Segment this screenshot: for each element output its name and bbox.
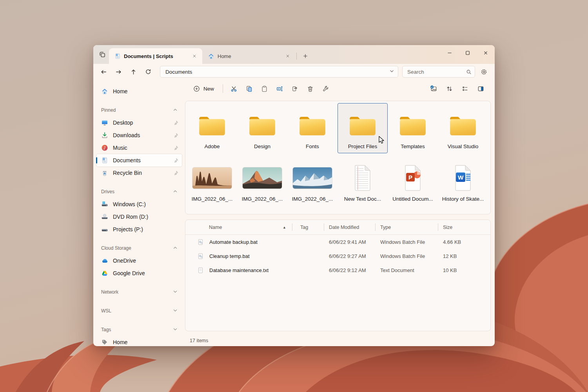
sidebar-item-label: Projects (P:)	[113, 226, 143, 232]
sidebar-item-google-drive[interactable]: Google Drive	[96, 267, 182, 279]
table-row-automate-backup[interactable]: Automate backup.bat 6/06/22 9:41 AM Wind…	[185, 235, 490, 249]
pin-icon[interactable]	[173, 120, 179, 126]
address-bar[interactable]: Documents	[160, 66, 398, 78]
sort-button[interactable]	[442, 82, 456, 95]
file-tile-history-of-skate[interactable]: History of Skate...	[438, 156, 488, 206]
table-row-cleanup-temp[interactable]: Cleanup temp.bat 6/06/22 9:27 AM Windows…	[185, 249, 490, 263]
column-header-tag[interactable]: Tag	[292, 220, 324, 234]
table-row-database-maintenance[interactable]: Database maintenance.txt 6/06/22 9:12 AM…	[185, 263, 490, 277]
column-header-type[interactable]: Type	[376, 220, 438, 234]
cut-button[interactable]	[227, 82, 241, 95]
folder-tile-design[interactable]: Design	[237, 103, 287, 153]
minimize-button[interactable]	[441, 45, 459, 61]
folder-tile-project-files[interactable]: Project Files	[338, 103, 388, 153]
rename-button[interactable]	[272, 82, 287, 95]
chevron-down-icon[interactable]	[172, 289, 178, 296]
up-button[interactable]	[127, 65, 140, 78]
back-button[interactable]	[97, 65, 110, 78]
sidebar-section-cloud-storage[interactable]: Cloud Storage	[96, 243, 182, 253]
chevron-up-icon[interactable]	[172, 107, 178, 114]
section-label: WSL	[101, 308, 111, 314]
sidebar-item-tag-home[interactable]: Home	[96, 336, 182, 346]
sidebar-item-label: Music	[113, 145, 127, 151]
folder-icon	[448, 113, 478, 138]
close-tab-icon[interactable]	[283, 51, 292, 61]
forward-button[interactable]	[112, 65, 125, 78]
tab-separator	[296, 53, 297, 60]
pin-icon[interactable]	[173, 132, 179, 138]
pin-icon[interactable]	[173, 145, 179, 151]
sidebar-item-onedrive[interactable]: OneDrive	[96, 254, 182, 267]
folder-tile-fonts[interactable]: Fonts	[287, 103, 338, 153]
sidebar-item-projects-p[interactable]: Projects (P:)	[96, 223, 182, 236]
tab-home[interactable]: Home	[202, 48, 296, 64]
file-row: IMG_2022_06_... IMG_2022_06_... IMG_2022…	[187, 156, 489, 206]
delete-button[interactable]	[303, 82, 317, 95]
maximize-button[interactable]	[459, 45, 477, 61]
properties-wrench-button[interactable]	[318, 82, 332, 95]
tab-list-button[interactable]	[97, 49, 108, 60]
column-header-size[interactable]: Size	[438, 220, 490, 234]
column-header-date-modified[interactable]: Date Modified	[324, 220, 376, 234]
sidebar-item-documents[interactable]: Documents	[96, 154, 182, 167]
sidebar-section-tags[interactable]: Tags	[96, 325, 182, 334]
section-label: Cloud Storage	[101, 245, 131, 251]
batch-file-icon	[197, 253, 204, 260]
view-options-button[interactable]	[458, 82, 472, 95]
table-header-row: Name ▲ Tag Date Modified Type Size	[185, 220, 490, 235]
close-button[interactable]	[477, 45, 495, 61]
share-button[interactable]	[288, 82, 302, 95]
close-tab-icon[interactable]	[190, 51, 199, 61]
sidebar-section-drives[interactable]: Drives	[96, 187, 182, 196]
sidebar-item-label: Windows (C:)	[113, 201, 146, 207]
file-size: 4.66 KB	[438, 239, 490, 245]
sidebar-item-label: Desktop	[113, 120, 133, 126]
pin-icon[interactable]	[173, 158, 179, 163]
sync-status-button[interactable]	[426, 82, 441, 95]
folder-tile-visual-studio[interactable]: Visual Studio	[438, 103, 488, 153]
new-tab-button[interactable]	[300, 51, 311, 62]
search-box[interactable]	[402, 66, 475, 78]
chevron-up-icon[interactable]	[172, 245, 178, 252]
new-button[interactable]: New	[188, 82, 219, 95]
tab-documents-scripts[interactable]: Documents | Scripts	[109, 48, 202, 64]
tab-bar: Documents | Scripts Home	[93, 45, 495, 64]
sidebar-item-recycle-bin[interactable]: Recycle Bin	[96, 167, 182, 179]
pin-icon[interactable]	[173, 170, 179, 176]
paste-button[interactable]	[257, 82, 271, 95]
folder-tile-templates[interactable]: Templates	[388, 103, 438, 153]
image-tile-2[interactable]: IMG_2022_06_...	[237, 156, 287, 206]
image-tile-3[interactable]: IMG_2022_06_...	[287, 156, 338, 206]
file-size: 12 KB	[438, 253, 490, 259]
drive-icon	[101, 226, 108, 233]
folder-label: Visual Studio	[448, 143, 479, 150]
refresh-button[interactable]	[142, 65, 154, 78]
file-type: Windows Batch File	[376, 239, 438, 245]
tag-icon	[101, 339, 108, 346]
section-label: Pinned	[101, 107, 116, 113]
file-tile-untitled-document[interactable]: Untitled Docum...	[388, 156, 438, 206]
sidebar-item-music[interactable]: Music	[96, 142, 182, 154]
tab-label: Documents | Scripts	[124, 53, 173, 59]
image-tile-1[interactable]: IMG_2022_06_...	[187, 156, 237, 206]
sidebar-item-windows-c[interactable]: Windows (C:)	[96, 198, 182, 211]
settings-gear-button[interactable]	[477, 65, 490, 78]
sidebar-section-pinned[interactable]: Pinned	[96, 105, 182, 115]
column-header-name[interactable]: Name ▲	[185, 220, 292, 234]
sidebar-item-downloads[interactable]: Downloads	[96, 129, 182, 142]
sidebar-section-network[interactable]: Network	[96, 287, 182, 297]
chevron-down-icon[interactable]	[389, 68, 395, 75]
chevron-down-icon[interactable]	[172, 308, 178, 314]
details-pane-button[interactable]	[474, 82, 488, 95]
google-drive-icon	[101, 270, 108, 277]
copy-button[interactable]	[242, 82, 256, 95]
sidebar-section-wsl[interactable]: WSL	[96, 306, 182, 316]
search-input[interactable]	[407, 69, 466, 75]
chevron-up-icon[interactable]	[172, 189, 178, 195]
sidebar-item-dvd-d[interactable]: DVD Rom (D:)	[96, 211, 182, 223]
chevron-down-icon[interactable]	[172, 327, 178, 333]
sidebar-item-desktop[interactable]: Desktop	[96, 116, 182, 129]
file-tile-new-text-doc[interactable]: New Text Doc...	[338, 156, 388, 206]
sidebar-item-home[interactable]: Home	[96, 85, 182, 98]
folder-tile-adobe[interactable]: Adobe	[187, 103, 237, 153]
